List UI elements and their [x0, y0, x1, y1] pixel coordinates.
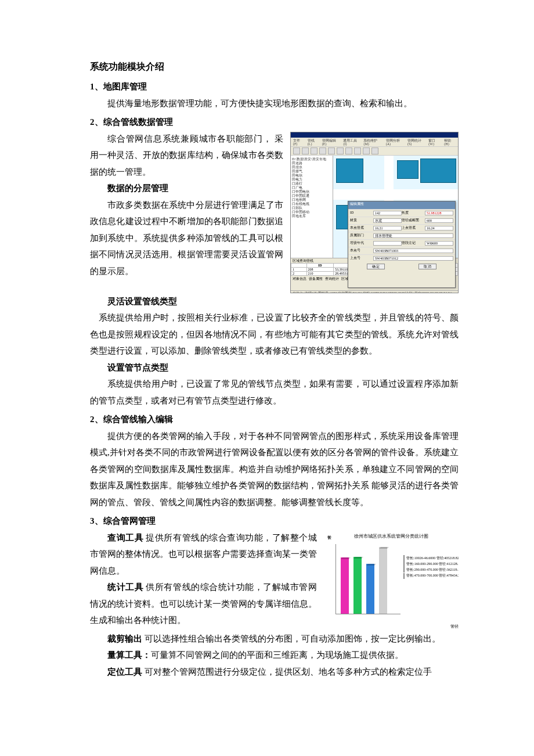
menu-item[interactable]: 管网编辑(E) [322, 139, 340, 145]
prop-value[interactable]: 排水管理处 [373, 233, 453, 238]
menu-item[interactable]: 文件(F) [293, 139, 304, 145]
layer-tree[interactable]: D:\数据\淮安\淮安市地 田道路 田排水 田煤气 田电信 田电力 口路灯 口广… [291, 156, 333, 258]
section2-sub1: 数据的分层管理 [107, 180, 283, 197]
prop-value[interactable]: 51.981228 [425, 211, 453, 215]
prop-label: 管径或断面 [402, 218, 425, 223]
legend-swatch [403, 573, 405, 579]
toolbar-icon[interactable] [302, 147, 309, 154]
ok-button[interactable]: 确 定 [367, 264, 385, 269]
tree-node[interactable]: 田电力 [292, 178, 331, 182]
tree-node[interactable]: 口广电 [292, 186, 331, 190]
prop-value[interactable]: 16.21 [373, 226, 402, 231]
cancel-button[interactable]: 取 消 [418, 264, 437, 269]
toolbar-icon[interactable] [371, 147, 378, 154]
prop-label: 埋设年代 [350, 241, 373, 246]
menu-item[interactable]: 通用工具(I) [343, 139, 360, 145]
prop-label: 管段注记 [402, 241, 425, 246]
legend-text: 管长:470.000-700.000 管径:478434.2500 [406, 573, 459, 578]
chart-plot-area [335, 544, 400, 614]
bold-label: 定位工具 [107, 667, 142, 676]
legend-swatch [403, 567, 405, 573]
section1-head: 1、地图库管理 [90, 78, 459, 95]
section2-sub2: 灵活设置管线类型 [107, 293, 459, 310]
section4-head: 3、综合管网管理 [90, 513, 459, 530]
menu-item[interactable]: 窗口(W) [428, 139, 441, 145]
toolbar-icon[interactable] [319, 147, 326, 154]
chart-bar [379, 547, 387, 614]
section2-p2: 市政多类数据在系统中分层进行管理满足了市政信息化建设过程中不断增加的各职能部门数… [90, 197, 283, 280]
section2-p4: 系统提供给用户时，已设置了常见的管线节点类型，如果有需要，可以通过设置程序添加新… [90, 376, 459, 409]
bold-label: 统计工具 [107, 582, 143, 592]
toolbar-icon[interactable] [293, 147, 300, 154]
toolbar-icon[interactable] [328, 147, 335, 154]
body-text: 可量算不同管网之间的的平面和三维距离，为现场施工提供依据。 [151, 650, 403, 660]
body-text: 可以选择性组合输出各类管线的分布图，可自动添加图饰，按一定比例输出。 [142, 634, 441, 643]
bold-label: 裁剪输出 [107, 634, 142, 643]
tree-node[interactable]: 口中国电信 [292, 190, 331, 194]
prop-value[interactable]: SW403B071012 [373, 256, 453, 261]
section1-p1: 提供海量地形数据管理功能，可方便快捷实现地形图数据的查询、检索和输出。 [90, 95, 459, 112]
tree-node[interactable]: 口中国移动 [292, 210, 331, 214]
grid-cell: 208 [306, 267, 333, 271]
tree-node[interactable]: 口部队 [292, 206, 331, 210]
tree-node[interactable]: 田道路 [292, 161, 331, 165]
prop-value[interactable] [373, 241, 402, 246]
section4-b1: 查询工具 提供所有管线的综合查询功能，了解整个城市管网的整体情况。也可以根据客户… [90, 530, 317, 579]
tree-node[interactable]: 口地形网 [292, 198, 331, 202]
menu-bar: 文件(F) 管线(L) 管网编辑(E) 通用工具(I) 系统维护(M) 管网分析… [291, 138, 458, 147]
tree-node[interactable]: 口路灯 [292, 182, 331, 186]
section2-sub3: 设置管节点类型 [107, 359, 459, 376]
prop-label: 本点管底 [350, 226, 373, 231]
chart-legend: 管长:10026-46.6000 管径:405218.8210 管长:160.0… [403, 555, 459, 579]
tree-root[interactable]: D:\数据\淮安\淮安市地 [292, 157, 331, 161]
section2-p3: 系统提供给用户时，按照相关行业标准，已设置了比较齐全的管线类型，并且管线的符号、… [90, 309, 459, 359]
figure-bar-chart: 徐州市城区供水系统管网分类统计图 管长 管径 管长:10026-46.6000 … [324, 532, 459, 631]
grid-header: ID [306, 263, 333, 267]
bold-label: 查询工具 [107, 533, 143, 542]
tree-node[interactable]: 田电信 [292, 174, 331, 178]
window-titlebar [291, 132, 458, 138]
section4-b2: 统计工具 供所有管线的综合统计功能，了解城市管网情况的统计资料。也可以统计某一类… [90, 579, 317, 629]
tree-node[interactable]: 田煤气 [292, 170, 331, 174]
grid-cell: 210 [306, 271, 333, 275]
section2-p1: 综合管网信息系统兼顾城市各职能部门， 采用一种灵活、开放的数据库结构，确保城市各… [90, 131, 283, 181]
toolbar-icon[interactable] [345, 147, 352, 154]
menu-item[interactable]: 管网分析(A) [386, 139, 404, 145]
legend-text: 管长:160.000-290.000 管径:412128.1700 [406, 561, 459, 567]
bottom-tab[interactable]: 设备属性 [309, 277, 323, 280]
toolbar-icon[interactable] [363, 147, 370, 154]
toolbar-icon[interactable] [337, 147, 344, 154]
map-road [333, 189, 458, 200]
bottom-tab[interactable]: 查询统计 [325, 277, 339, 280]
menu-item[interactable]: 管线(L) [308, 139, 319, 145]
toolbar [291, 147, 458, 156]
prop-value[interactable]: WΦ600 [425, 241, 453, 246]
tree-node[interactable]: 田地名库 [292, 214, 331, 218]
prop-label: 长度 [402, 211, 425, 215]
body-text: 可对整个管网范围进行分级定位，提供区划、地名等多种方式的检索定位手 [142, 667, 432, 676]
prop-value[interactable]: 16.24 [425, 226, 453, 231]
tree-node[interactable]: 田排水 [292, 165, 331, 170]
prop-value[interactable]: 600 [425, 218, 453, 223]
section4-b4: 量算工具：可量算不同管网之间的的平面和三维距离，为现场施工提供依据。 [90, 647, 459, 664]
toolbar-icon[interactable] [311, 147, 317, 154]
menu-item[interactable]: 帮助(H) [444, 139, 456, 145]
chart-title: 徐州市城区供水系统管网分类统计图 [324, 532, 459, 541]
menu-item[interactable]: 管网统计(S) [407, 139, 425, 145]
property-dialog[interactable]: 编辑属性 ID142长度51.981228 材质水泥管径或断面600 本点管底1… [348, 201, 456, 288]
prop-label: 所属部门 [350, 233, 373, 238]
prop-value[interactable]: 水泥 [373, 218, 402, 223]
section3-head: 2、综合管线输入编辑 [90, 411, 459, 428]
tree-node[interactable]: 口有线电视 [292, 202, 331, 206]
map-building [336, 159, 363, 183]
section4-b3: 裁剪输出 可以选择性组合输出各类管线的分布图，可自动添加图饰，按一定比例输出。 [90, 631, 459, 647]
tree-node[interactable]: 口中国联通 [292, 194, 331, 198]
prop-value[interactable]: 142 [373, 211, 402, 215]
chart-bar [341, 557, 349, 614]
bottom-tab[interactable]: 对象信息 [293, 277, 306, 280]
menu-item[interactable]: 系统维护(M) [363, 139, 382, 145]
grid-cell: 2 [291, 271, 307, 275]
prop-value[interactable]: SW403B071003 [373, 249, 453, 253]
toolbar-icon[interactable] [354, 147, 361, 154]
page-title: 系统功能模块介绍 [90, 58, 459, 75]
